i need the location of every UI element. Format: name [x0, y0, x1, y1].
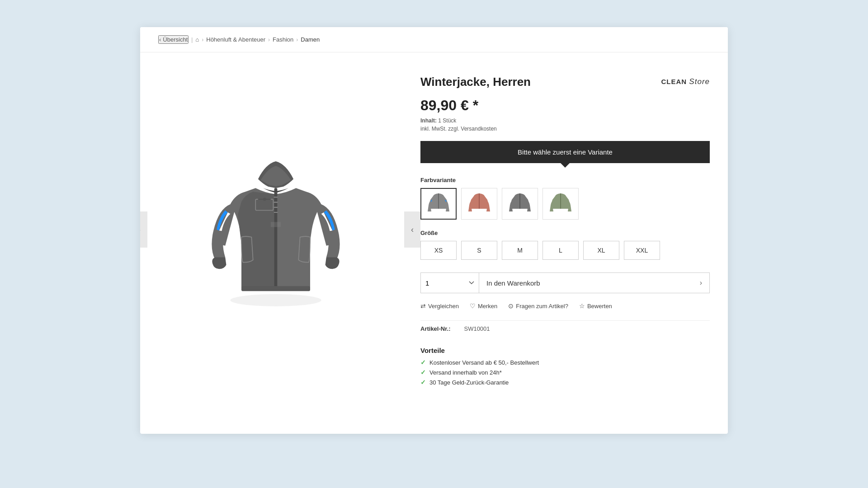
vorteil-item-2: ✓ Versand innerhalb von 24h*	[420, 369, 710, 376]
next-image-button[interactable]: ‹	[404, 211, 420, 248]
wishlist-button[interactable]: ♡ Merken	[470, 302, 497, 310]
color-swatch-1[interactable]	[420, 188, 457, 220]
heart-icon: ♡	[470, 302, 476, 310]
variant-button[interactable]: Bitte wähle zuerst eine Variante	[420, 141, 710, 163]
svg-rect-14	[519, 193, 520, 209]
product-price: 89,90 € *	[420, 97, 478, 114]
article-row: Artikel-Nr.: SW10001	[420, 320, 710, 332]
breadcrumb-item-2[interactable]: Fashion	[273, 36, 293, 43]
cart-button-label: In den Warenkorb	[486, 279, 540, 287]
svg-rect-12	[438, 193, 439, 209]
size-xxl[interactable]: XXL	[624, 241, 660, 260]
quantity-select[interactable]: 1 2 3 4 5	[420, 272, 479, 293]
check-icon-2: ✓	[420, 369, 426, 376]
compare-button[interactable]: ⇄ Vergleichen	[420, 302, 459, 310]
price-row: 89,90 € *	[420, 97, 710, 114]
size-l[interactable]: L	[542, 241, 579, 260]
svg-rect-10	[241, 286, 310, 291]
prev-image-button[interactable]: ›	[140, 211, 147, 248]
breadcrumb: ‹ Übersicht | ⌂ › Höhenluft & Abenteuer …	[140, 27, 728, 52]
brand-store: Store	[689, 77, 710, 86]
svg-rect-5	[274, 207, 278, 208]
back-arrow-icon: ‹	[159, 36, 161, 43]
svg-rect-13	[479, 193, 480, 209]
color-swatch-2[interactable]	[461, 188, 497, 220]
back-label: Übersicht	[163, 36, 188, 43]
vorteil-item-1: ✓ Kostenloser Versand ab € 50,- Bestellw…	[420, 359, 710, 366]
vorteil-item-3: ✓ 30 Tage Geld-Zurück-Garantie	[420, 379, 710, 386]
size-xl[interactable]: XL	[583, 241, 619, 260]
question-button[interactable]: ⊙ Fragen zum Artikel?	[508, 302, 568, 310]
sep4: ›	[296, 37, 298, 43]
svg-point-9	[263, 198, 266, 201]
color-swatch-3[interactable]	[502, 188, 538, 220]
size-xs[interactable]: XS	[420, 241, 457, 260]
image-area: ›	[158, 70, 393, 389]
page-container: ‹ Übersicht | ⌂ › Höhenluft & Abenteuer …	[140, 27, 728, 434]
question-icon: ⊙	[508, 302, 514, 310]
compare-label: Vergleichen	[428, 303, 459, 310]
add-to-cart-button[interactable]: In den Warenkorb ›	[479, 272, 710, 293]
jacket-illustration	[199, 144, 353, 315]
brand-clean: CLEAN	[661, 78, 687, 85]
size-s[interactable]: S	[461, 241, 497, 260]
size-grid: XS S M L XL XXL	[420, 241, 710, 260]
review-label: Bewerten	[587, 303, 612, 310]
question-label: Fragen zum Artikel?	[516, 303, 568, 310]
back-button[interactable]: ‹ Übersicht	[158, 35, 189, 44]
sep3: ›	[268, 37, 270, 43]
main-content: ›	[140, 52, 728, 407]
farbvariante-label: Farbvariante	[420, 177, 710, 183]
svg-rect-3	[274, 197, 278, 197]
vorteile-section: Vorteile ✓ Kostenloser Versand ab € 50,-…	[420, 342, 710, 386]
review-button[interactable]: ☆ Bewerten	[579, 302, 612, 310]
color-swatch-4[interactable]	[542, 188, 579, 220]
wishlist-label: Merken	[478, 303, 497, 310]
tax-row: inkl. MwSt. zzgl. Versandkosten	[420, 126, 710, 132]
svg-rect-11	[271, 222, 281, 227]
vorteil-text-2: Versand innerhalb von 24h*	[429, 369, 502, 376]
size-m[interactable]: M	[502, 241, 538, 260]
breadcrumb-current: Damen	[301, 36, 320, 43]
sep1: |	[191, 37, 193, 43]
breadcrumb-item-1[interactable]: Höhenluft & Abenteuer	[206, 36, 265, 43]
action-links: ⇄ Vergleichen ♡ Merken ⊙ Fragen zum Arti…	[420, 302, 710, 310]
star-icon: ☆	[579, 302, 585, 310]
article-value: SW10001	[464, 325, 490, 332]
inhalt-value: 1 Stück	[438, 117, 456, 124]
cart-arrow-icon: ›	[700, 279, 702, 287]
svg-rect-15	[560, 193, 561, 209]
color-grid	[420, 188, 710, 220]
article-label: Artikel-Nr.:	[420, 325, 450, 332]
vorteil-text-1: Kostenloser Versand ab € 50,- Bestellwer…	[429, 359, 539, 366]
svg-point-0	[230, 294, 321, 306]
sep2: ›	[202, 37, 203, 43]
svg-rect-1	[274, 188, 278, 289]
inhalt-label: Inhalt:	[420, 117, 437, 124]
brand-logo: CLEAN Store	[661, 77, 710, 86]
product-image	[167, 135, 384, 324]
groesse-label: Größe	[420, 230, 710, 236]
vorteil-text-3: 30 Tage Geld-Zurück-Garantie	[429, 379, 509, 386]
svg-rect-6	[274, 212, 278, 213]
cart-row: 1 2 3 4 5 In den Warenkorb ›	[420, 272, 710, 293]
product-info: Winterjacke, Herren CLEAN Store 89,90 € …	[420, 70, 710, 389]
compare-icon: ⇄	[420, 302, 426, 310]
check-icon-1: ✓	[420, 359, 426, 366]
home-icon[interactable]: ⌂	[195, 36, 199, 43]
svg-rect-4	[274, 202, 278, 203]
vorteile-title: Vorteile	[420, 347, 710, 354]
check-icon-3: ✓	[420, 379, 426, 386]
inhalt-row: Inhalt: 1 Stück	[420, 117, 710, 124]
